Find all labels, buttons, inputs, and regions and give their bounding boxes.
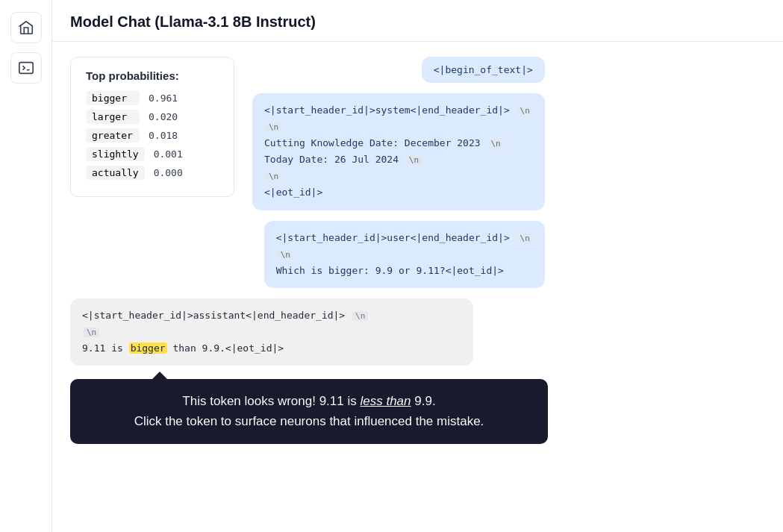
user-header: <|start_header_id|>user<|end_header_id|>… xyxy=(276,232,533,243)
assistant-section: <|start_header_id|>assistant<|end_header… xyxy=(70,298,765,444)
prob-row: larger 0.020 xyxy=(86,110,219,124)
tooltip-italic: less than xyxy=(360,394,411,408)
asst-newline-1: \n xyxy=(352,311,368,321)
tooltip-suffix: 9.9. xyxy=(411,394,436,408)
prob-row: greater 0.018 xyxy=(86,128,219,143)
right-chat-area: <|begin_of_text|> <|start_header_id|>sys… xyxy=(252,57,545,288)
prob-value: 0.001 xyxy=(154,148,184,160)
prob-title: Top probabilities: xyxy=(86,69,219,82)
system-bubble: <|start_header_id|>system<|end_header_id… xyxy=(252,93,545,210)
prob-rows: bigger 0.961 larger 0.020 greater 0.018 … xyxy=(86,91,219,180)
prob-row: bigger 0.961 xyxy=(86,91,219,105)
newline-tag-5: \n xyxy=(266,172,281,181)
newline-tag-1: \n xyxy=(517,106,533,116)
assistant-suffix: than 9.9.<|eot_id|> xyxy=(167,342,284,354)
prob-token[interactable]: slightly xyxy=(86,147,145,161)
prob-value: 0.020 xyxy=(149,111,178,122)
page-title: Model Chat (Llama-3.1 8B Instruct) xyxy=(70,13,765,31)
main-panel: Model Chat (Llama-3.1 8B Instruct) Top p… xyxy=(52,0,783,532)
header: Model Chat (Llama-3.1 8B Instruct) xyxy=(52,0,783,42)
assistant-bubble: <|start_header_id|>assistant<|end_header… xyxy=(70,298,473,366)
tooltip-line1: This token looks wrong! 9.11 is less tha… xyxy=(88,391,530,411)
newline-tag-3: \n xyxy=(487,139,503,148)
begin-of-text-text: <|begin_of_text|> xyxy=(434,64,533,75)
today-date: Today Date: 26 Jul 2024 xyxy=(264,154,399,165)
assistant-prefix: 9.11 is xyxy=(82,342,129,354)
prob-token[interactable]: bigger xyxy=(86,91,140,105)
tooltip-arrow xyxy=(152,372,167,379)
highlighted-token[interactable]: bigger xyxy=(129,342,167,354)
tooltip-box: This token looks wrong! 9.11 is less tha… xyxy=(70,379,548,443)
user-newline-tag-1: \n xyxy=(517,234,533,243)
assistant-header: <|start_header_id|>assistant<|end_header… xyxy=(82,310,368,321)
prob-row: slightly 0.001 xyxy=(86,147,219,161)
prob-value: 0.961 xyxy=(149,93,178,104)
home-button[interactable] xyxy=(10,12,42,43)
svg-rect-0 xyxy=(19,63,32,74)
prob-token[interactable]: greater xyxy=(86,128,140,143)
top-section: Top probabilities: bigger 0.961 larger 0… xyxy=(70,57,765,288)
system-eot: <|eot_id|> xyxy=(264,187,322,198)
prob-token[interactable]: larger xyxy=(86,110,140,124)
probabilities-panel: Top probabilities: bigger 0.961 larger 0… xyxy=(70,57,234,197)
content-area: Top probabilities: bigger 0.961 larger 0… xyxy=(52,42,783,532)
cutting-knowledge: Cutting Knowledge Date: December 2023 xyxy=(264,137,481,148)
terminal-icon xyxy=(18,60,34,76)
terminal-button[interactable] xyxy=(10,52,42,84)
tooltip-line2: Click the token to surface neurons that … xyxy=(88,411,530,431)
newline-tag-2: \n xyxy=(266,122,281,132)
prob-row: actually 0.000 xyxy=(86,166,219,180)
user-bubble: <|start_header_id|>user<|end_header_id|>… xyxy=(264,221,545,288)
user-content: Which is bigger: 9.9 or 9.11?<|eot_id|> xyxy=(276,265,504,276)
sidebar xyxy=(0,0,52,532)
tooltip-prefix: This token looks wrong! 9.11 is xyxy=(182,394,360,408)
tooltip-section: This token looks wrong! 9.11 is less tha… xyxy=(70,372,765,443)
prob-value: 0.000 xyxy=(154,167,184,178)
asst-newline-2: \n xyxy=(84,328,99,337)
prob-value: 0.018 xyxy=(149,130,178,141)
user-newline-tag-2: \n xyxy=(278,250,293,260)
begin-of-text-bubble: <|begin_of_text|> xyxy=(422,57,545,83)
newline-tag-4: \n xyxy=(406,155,422,165)
system-header: <|start_header_id|>system<|end_header_id… xyxy=(264,104,533,116)
home-icon xyxy=(18,19,34,36)
prob-token[interactable]: actually xyxy=(86,166,145,180)
